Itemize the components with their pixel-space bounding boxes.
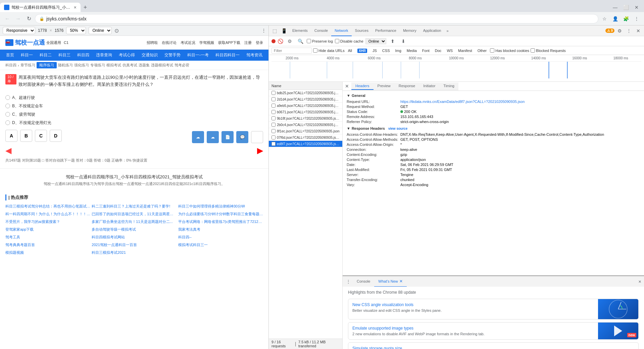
row-checkbox-4[interactable] [271, 110, 276, 114]
breadcrumb-special[interactable]: 专项练习 [90, 63, 105, 68]
prev-button[interactable]: ◀ [5, 146, 11, 155]
maximize-button[interactable]: ⬜ [621, 3, 631, 12]
breadcrumb-random[interactable]: 随机练习 [58, 63, 73, 68]
breadcrumb-chapter[interactable]: 章节练习 [20, 63, 35, 68]
nav-home[interactable]: 首页 [3, 50, 17, 61]
nav-subject3[interactable]: 科目三 [55, 50, 74, 61]
hot-item-9[interactable]: 平台考试网络：网络省里练习c类驾照推出了7212元完 [178, 219, 263, 225]
header-link-recruit[interactable]: 招聘啦 [147, 40, 158, 45]
preserve-log-checkbox[interactable]: Preserve log [307, 39, 333, 43]
chat-btn[interactable]: 💬 [236, 131, 248, 143]
settings-icon[interactable]: ⚙ [615, 26, 624, 35]
tab-elements[interactable]: Elements [289, 25, 311, 36]
hot-item-7[interactable]: 不受照片，我学习的ai搜索搜索？ [5, 219, 90, 225]
network-row-4[interactable]: b0671.json?CALL=?20210205090935.json [269, 109, 342, 115]
tab-performance[interactable]: Performance [372, 25, 400, 36]
detail-tab-initiator[interactable]: Initiator [419, 82, 439, 90]
type-img[interactable]: Img [393, 48, 403, 53]
address-bar[interactable]: 🔒 jsyks.com/kms-sxlx [35, 14, 598, 23]
general-section-header[interactable]: ▼ General [347, 94, 640, 98]
breadcrumb-wrong-mock[interactable]: 违题模拟考试 [151, 63, 173, 68]
network-row-2[interactable]: 2d1d4.json?CALL=?20210205090935.json [269, 96, 342, 103]
row-checkbox-7[interactable] [271, 129, 276, 133]
hot-item-1[interactable]: 科目三模拟考试驾分钟总结：再也不用担心笔面试难了！ [5, 203, 90, 210]
row-checkbox-1[interactable] [271, 91, 276, 95]
throttle-select[interactable]: Online [365, 38, 386, 44]
bottom-tab-whats-new[interactable]: What's New ✕ [374, 276, 406, 287]
row-checkbox-9[interactable] [271, 142, 276, 146]
bookmark-icon[interactable]: ☆ [600, 14, 609, 23]
option-c[interactable]: C、疲劳驾驶 [5, 112, 263, 117]
nav-violation[interactable]: 违章查询 [93, 50, 115, 61]
nav-s4s1[interactable]: 科目四科目一 [212, 50, 243, 61]
hot-item-11[interactable]: 多自动驾驶等级一模拟考试 [92, 226, 177, 233]
row-checkbox-6[interactable] [271, 123, 276, 127]
tab-network[interactable]: Network [331, 25, 351, 36]
hot-item-2[interactable]: 科二三逢到科目三？上海过关还是难了吗？要学! [92, 203, 177, 210]
row-checkbox-2[interactable] [271, 97, 276, 101]
responsive-select[interactable]: Responsive [3, 27, 35, 34]
type-other[interactable]: Other [476, 48, 489, 53]
devtools-more-tabs[interactable]: » [444, 29, 450, 33]
breadcrumb-mock[interactable]: 模拟考试 [106, 63, 121, 68]
type-css[interactable]: CSS [380, 48, 392, 53]
feature-card-1-title[interactable]: New CSS angle visualization tools [352, 302, 594, 307]
breadcrumb-active[interactable]: 顺序练习 [37, 62, 57, 68]
option-a[interactable]: A、超速行驶 [5, 95, 263, 101]
breadcrumb-memorize[interactable]: 驾考必背 [175, 63, 189, 68]
row-checkbox-8[interactable] [271, 135, 276, 139]
detail-tab-timing[interactable]: Timing [439, 82, 458, 90]
forward-button[interactable]: → [13, 14, 23, 23]
hide-data-urls-checkbox[interactable]: Hide data URLs [313, 48, 345, 53]
hot-item-6[interactable]: 为什么必须要练习分钟计分钟数字科目三食量每题每2 [178, 211, 263, 217]
nav-traffic[interactable]: 交通知识 [138, 50, 161, 61]
detail-tab-headers[interactable]: Headers [351, 82, 374, 90]
tab-sources[interactable]: Sources [352, 25, 372, 36]
reload-button[interactable]: ↻ [24, 14, 34, 23]
online-select[interactable]: Online [89, 27, 112, 34]
extension-icon[interactable]: 🧩 [621, 14, 631, 23]
option-b[interactable]: B、不按规定会车 [5, 103, 263, 109]
tab-application[interactable]: Application [420, 25, 445, 36]
hot-item-8[interactable]: 多家厂联合乘坐这些方向！11天是这两题对分二... [92, 219, 177, 225]
export-icon[interactable]: ⬇ [399, 37, 408, 46]
hot-item-13[interactable]: 驾考工具 [5, 234, 90, 240]
response-headers-section-header[interactable]: ▼ Response Headers view source [347, 126, 640, 130]
hot-item-15[interactable]: 科目四-- [178, 234, 263, 240]
network-row-7[interactable]: 8f1ec.json?CALL=?20210205090935.json [269, 128, 342, 134]
detail-tab-response[interactable]: Response [395, 82, 419, 90]
nav-subject2[interactable]: 科目二 [36, 50, 55, 61]
network-row-6[interactable]: 2b0c4.json?CALL=?20210205090935.json [269, 122, 342, 128]
more-tools-icon[interactable]: ⋮ [632, 14, 641, 23]
tab-memory[interactable]: Memory [400, 25, 420, 36]
detail-tab-preview[interactable]: Preview [374, 82, 395, 90]
devtools-toggle[interactable]: ⋮ [262, 28, 266, 33]
qr-btn[interactable]: ▦ [251, 131, 263, 143]
bottom-tab-console[interactable]: Console [353, 276, 374, 287]
close-devtools-icon[interactable]: ✕ [634, 26, 643, 35]
type-ws[interactable]: WS [445, 48, 455, 53]
disable-cache-checkbox[interactable]: Disable cache [335, 39, 363, 43]
nav-subject1[interactable]: 科目一 [17, 50, 36, 61]
row-checkbox-5[interactable] [271, 116, 276, 120]
header-link-login[interactable]: 登录 [256, 40, 263, 45]
next-button[interactable]: ▶ [257, 146, 263, 155]
header-link-exam[interactable]: 考试近况 [181, 40, 195, 45]
breadcrumb-intensive[interactable]: 强化练习 [74, 63, 89, 68]
blocked-requests-checkbox[interactable]: Blocked Requests [531, 48, 566, 53]
import-icon[interactable]: ⬆ [388, 37, 397, 46]
cloud-btn-1[interactable]: ☁ [192, 131, 204, 143]
record-button[interactable] [271, 39, 276, 43]
viewport-more-button[interactable]: ⊙ [114, 27, 119, 34]
nav-jiakao4[interactable]: 驾考科四 [266, 50, 268, 61]
header-link-app[interactable]: 获取APP下载 [218, 40, 240, 45]
breadcrumb-sim[interactable]: 仿真考试 [122, 63, 137, 68]
hot-item-17[interactable]: 2021驾校一点通科目一百首 [92, 242, 177, 248]
devtools-device-icon[interactable]: 📱 [280, 26, 288, 35]
feature-card-2-title[interactable]: Emulate unsupported image types [352, 326, 594, 331]
nav-news[interactable]: 驾考资讯 [243, 50, 266, 61]
minimize-button[interactable]: — [610, 3, 620, 12]
close-window-button[interactable]: ✕ [632, 3, 641, 12]
nav-subject4[interactable]: 科目四 [74, 50, 93, 61]
header-link-video[interactable]: 学驾视频 [199, 40, 214, 45]
